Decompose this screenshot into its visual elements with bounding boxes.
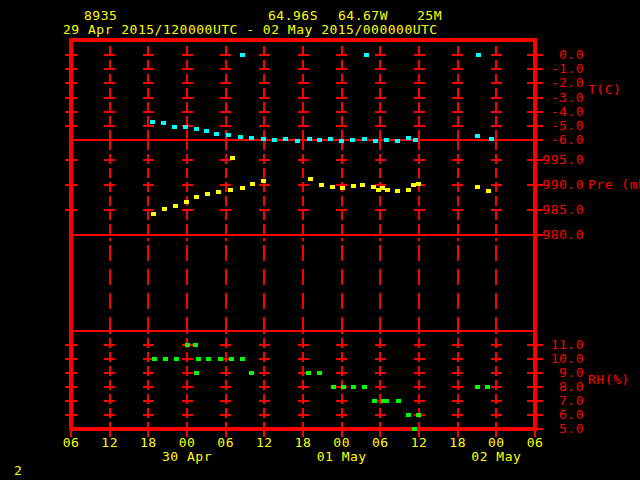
axis-tick-label: 7.0: [540, 394, 584, 408]
grid-tick: [220, 372, 231, 374]
grid-tick: [375, 159, 386, 161]
grid-tick: [65, 414, 77, 416]
grid-tick: [375, 97, 386, 99]
x-tick-label: 18: [449, 436, 466, 450]
grid-tick: [65, 159, 77, 161]
longitude-label: 64.67W: [338, 9, 388, 23]
data-point-pressure: [184, 200, 189, 204]
data-point-temperature: [350, 138, 355, 142]
data-point-temperature: [238, 135, 243, 139]
grid-column-dash: [418, 245, 420, 331]
grid-tick: [259, 358, 270, 360]
data-point-temperature: [476, 53, 481, 57]
grid-tick: [298, 68, 309, 70]
grid-tick: [414, 344, 425, 346]
grid-tick: [336, 68, 347, 70]
page-number: 2: [14, 464, 22, 478]
grid-tick: [259, 184, 270, 186]
grid-column-dash: [418, 140, 420, 241]
axis-tick-label: -2.0: [540, 76, 584, 90]
data-point-temperature: [249, 136, 254, 140]
axis-tick-label: 0.0: [540, 48, 584, 62]
grid-tick: [491, 68, 502, 70]
grid-tick: [104, 111, 115, 113]
grid-tick: [182, 209, 193, 211]
data-point-temperature: [364, 53, 369, 57]
grid-tick: [298, 184, 309, 186]
grid-column-dash: [186, 140, 188, 241]
grid-tick: [259, 400, 270, 402]
grid-tick: [452, 358, 463, 360]
grid-tick: [491, 159, 502, 161]
data-point-relative_humidity: [206, 357, 211, 361]
grid-tick: [104, 386, 115, 388]
grid-column-dash: [147, 245, 149, 331]
data-point-relative_humidity: [331, 385, 336, 389]
grid-tick: [452, 82, 463, 84]
grid-tick: [452, 344, 463, 346]
axis-tick-label: -6.0: [540, 133, 584, 147]
data-point-temperature: [226, 133, 231, 137]
grid-tick: [491, 414, 502, 416]
data-point-relative_humidity: [185, 343, 190, 347]
grid-tick: [259, 125, 270, 127]
data-point-relative_humidity: [196, 357, 201, 361]
grid-tick: [491, 372, 502, 374]
grid-tick: [104, 372, 115, 374]
data-point-temperature: [295, 139, 300, 143]
grid-tick: [104, 358, 115, 360]
grid-tick: [65, 97, 77, 99]
grid-tick: [336, 358, 347, 360]
grid-tick: [375, 358, 386, 360]
x-date-label: 30 Apr: [162, 450, 212, 464]
grid-tick: [104, 54, 115, 56]
x-tick-label: 12: [256, 436, 273, 450]
data-point-temperature: [172, 125, 177, 129]
grid-tick: [65, 372, 77, 374]
grid-tick: [491, 209, 502, 211]
grid-tick: [491, 97, 502, 99]
grid-tick: [65, 68, 77, 70]
grid-tick: [452, 159, 463, 161]
grid-tick: [298, 386, 309, 388]
axis-tick-label: -4.0: [540, 105, 584, 119]
grid-tick: [259, 386, 270, 388]
x-date-label: 01 May: [317, 450, 367, 464]
grid-tick: [104, 414, 115, 416]
data-point-pressure: [205, 192, 210, 196]
data-point-temperature: [362, 137, 367, 141]
data-point-pressure: [216, 190, 221, 194]
meteogram-screen: 8935 64.96S 64.67W 25M 29 Apr 2015/12000…: [0, 0, 640, 480]
x-tick-label: 00: [333, 436, 350, 450]
grid-tick: [220, 68, 231, 70]
data-point-temperature: [194, 127, 199, 131]
data-point-relative_humidity: [174, 357, 179, 361]
grid-tick: [452, 54, 463, 56]
grid-tick: [143, 82, 154, 84]
grid-tick: [65, 82, 77, 84]
grid-tick: [336, 400, 347, 402]
data-point-pressure: [151, 212, 156, 216]
grid-tick: [491, 184, 502, 186]
data-point-relative_humidity: [152, 357, 157, 361]
x-tick-label: 06: [217, 436, 234, 450]
grid-tick: [182, 111, 193, 113]
grid-tick: [259, 372, 270, 374]
grid-tick: [491, 111, 502, 113]
grid-tick: [259, 68, 270, 70]
latitude-label: 64.96S: [268, 9, 318, 23]
grid-tick: [259, 54, 270, 56]
grid-tick: [298, 159, 309, 161]
data-point-pressure: [340, 186, 345, 190]
data-point-relative_humidity: [341, 385, 346, 389]
axis-tick-label: 985.0: [540, 203, 584, 217]
grid-tick: [375, 372, 386, 374]
grid-tick: [491, 400, 502, 402]
grid-tick: [220, 97, 231, 99]
grid-tick: [104, 97, 115, 99]
grid-tick: [491, 344, 502, 346]
grid-tick: [259, 414, 270, 416]
grid-tick: [336, 372, 347, 374]
grid-tick: [452, 414, 463, 416]
data-point-temperature: [413, 138, 418, 142]
